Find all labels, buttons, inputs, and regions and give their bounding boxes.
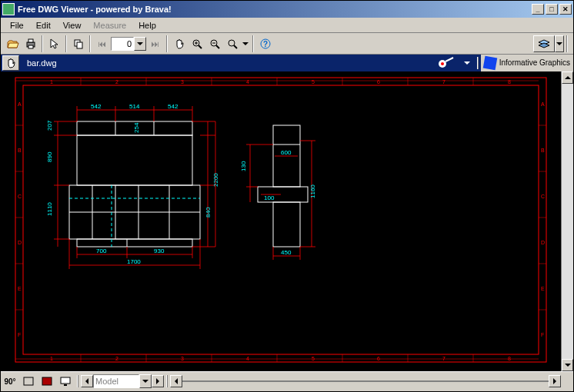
zoom-fit-button[interactable] [223,35,241,52]
menu-edit[interactable]: Edit [30,19,57,32]
scroll-up-button[interactable] [562,71,573,84]
model-dropdown-button[interactable] [139,374,152,388]
copy-button[interactable] [69,35,87,52]
svg-text:600: 600 [281,149,292,156]
svg-text:6: 6 [377,79,380,85]
svg-text:8: 8 [508,79,511,85]
eyedropper-dropdown-button[interactable] [464,61,470,65]
pan-mode-button[interactable] [2,55,19,71]
svg-rect-84 [77,239,192,247]
view-filled-button[interactable] [38,374,55,389]
open-button[interactable] [4,35,22,52]
close-button[interactable]: ✕ [559,4,572,15]
menu-help[interactable]: Help [132,19,162,32]
zoom-in-button[interactable] [188,35,205,52]
print-button[interactable] [22,35,39,52]
svg-text:514: 514 [129,103,140,110]
svg-rect-1 [28,39,33,42]
svg-text:?: ? [262,40,267,48]
tab-next-button[interactable] [152,375,164,387]
svg-text:C: C [541,194,545,199]
vertical-scroll-track[interactable] [562,84,573,359]
svg-rect-126 [273,202,300,247]
file-tab[interactable]: bar.dwg [21,58,63,68]
svg-text:840: 840 [205,207,212,218]
tab-prev-button[interactable] [81,375,93,387]
svg-text:7: 7 [442,356,446,361]
zoom-out-button[interactable] [205,35,223,52]
svg-text:542: 542 [168,103,179,110]
help-button[interactable]: ? [256,35,274,52]
pan-tool-button[interactable] [170,35,188,52]
svg-text:8: 8 [508,356,511,361]
folder-open-icon [7,38,19,49]
svg-text:4: 4 [246,79,249,85]
svg-text:207: 207 [46,120,53,131]
window-title: Free DWG Viewer - powered by Brava! [18,5,530,14]
drawing-canvas[interactable]: 12345678 12345678 ABCDEF ABCDEF [1,71,561,371]
menu-file[interactable]: File [4,19,30,32]
status-bar: 90° Model [1,371,573,390]
print-icon [25,38,37,49]
page-dropdown-button[interactable] [134,37,146,51]
horizontal-scroll-track[interactable] [182,380,549,382]
view-monitor-button[interactable] [57,374,74,389]
zoom-in-icon [192,38,202,49]
svg-line-6 [199,45,202,48]
svg-text:B: B [541,148,545,153]
eyedropper-button[interactable] [438,57,455,69]
pointer-button[interactable] [45,35,63,52]
svg-text:D: D [541,240,545,245]
svg-text:B: B [18,148,22,153]
menu-view[interactable]: View [57,19,88,32]
app-icon [2,3,15,15]
main-toolbar: ⏮ ⏭ ? [1,33,573,55]
layers-button[interactable] [533,35,555,52]
svg-text:1: 1 [50,356,53,361]
eyedropper-icon [438,57,455,69]
svg-text:6: 6 [377,356,380,361]
svg-point-17 [441,62,444,65]
scroll-down-button[interactable] [562,359,573,371]
zoom-out-icon [209,38,220,49]
svg-text:5: 5 [312,356,315,361]
svg-text:F: F [541,332,544,337]
file-bar: bar.dwg Informative Graphics [1,55,573,71]
help-icon: ? [260,38,271,49]
page-first-button[interactable]: ⏮ [93,35,111,52]
corporate-logo: Informative Graphics [481,55,573,71]
zoom-dropdown-button[interactable] [241,35,250,52]
svg-text:254: 254 [133,122,140,133]
svg-line-10 [216,45,219,48]
layers-dropdown-button[interactable] [555,35,564,52]
model-tab-label: Model [95,377,118,386]
view-wireframe-button[interactable] [20,374,37,389]
minimize-button[interactable]: _ [532,4,544,15]
svg-point-12 [229,40,235,46]
svg-text:2: 2 [115,356,118,361]
vertical-scrollbar[interactable] [561,71,573,371]
svg-text:A: A [18,101,22,107]
svg-rect-2 [28,45,33,48]
menu-bar: File Edit View Measure Help [1,18,573,33]
svg-rect-145 [61,377,70,384]
svg-rect-143 [24,377,33,385]
scroll-left-button[interactable] [170,375,182,387]
svg-rect-77 [77,135,192,185]
rotate-button[interactable]: 90° [2,374,18,389]
svg-text:2200: 2200 [212,173,219,187]
svg-rect-144 [42,377,52,385]
svg-text:5: 5 [312,79,315,85]
cube-icon [482,56,497,71]
page-number-input[interactable] [111,37,134,51]
svg-text:E: E [541,286,545,291]
svg-rect-4 [77,42,82,48]
page-last-button[interactable]: ⏭ [146,35,164,52]
svg-text:7: 7 [442,79,446,85]
svg-text:1110: 1110 [46,202,53,216]
scroll-right-button[interactable] [549,375,561,387]
resize-grip[interactable] [561,375,573,387]
model-tab[interactable]: Model [93,374,139,388]
hand-icon [174,38,185,49]
maximize-button[interactable]: □ [546,4,558,15]
